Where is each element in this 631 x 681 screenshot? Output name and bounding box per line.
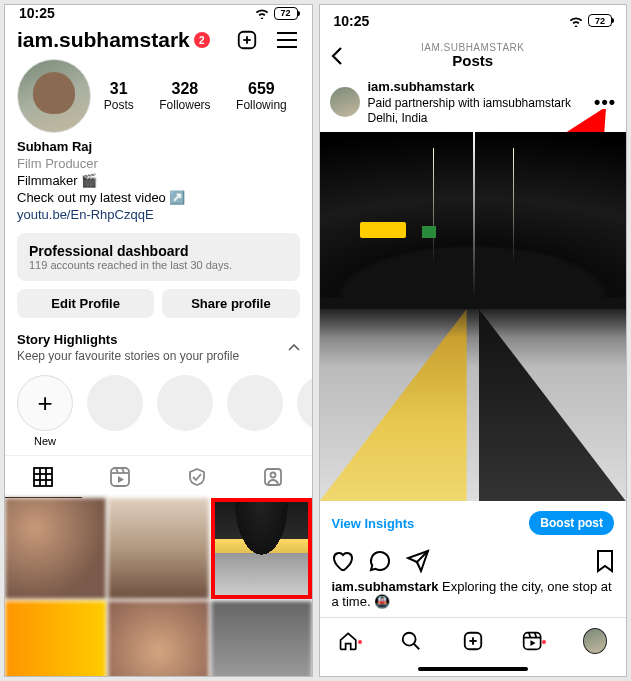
highlights-circles: +New <box>5 363 312 455</box>
post-actions <box>320 545 627 579</box>
status-time: 10:25 <box>19 5 55 21</box>
wifi-icon <box>568 15 584 27</box>
grid-post[interactable] <box>108 601 209 677</box>
post-meta: iam.subhamstark Paid partnership with ia… <box>320 75 627 131</box>
highlights-subtitle: Keep your favourite stories on your prof… <box>17 349 239 363</box>
highlight-placeholder <box>227 375 283 447</box>
grid-post[interactable] <box>5 601 106 677</box>
svg-rect-6 <box>34 468 52 486</box>
status-bar: 10:25 72 <box>5 5 312 21</box>
svg-point-17 <box>271 473 276 478</box>
nav-profile-icon[interactable] <box>583 629 607 653</box>
professional-dashboard[interactable]: Professional dashboard 119 accounts reac… <box>17 233 300 281</box>
grid-post[interactable] <box>5 498 106 599</box>
profile-buttons: Edit Profile Share profile <box>5 289 312 332</box>
post-header: IAM.SUBHAMSTARK Posts <box>320 36 627 75</box>
svg-rect-11 <box>111 468 129 486</box>
grid-post[interactable] <box>211 601 312 677</box>
tab-guides[interactable] <box>158 456 235 498</box>
create-post-icon[interactable] <box>234 27 260 53</box>
notification-badge: 2 <box>194 32 210 48</box>
like-icon[interactable] <box>330 549 354 573</box>
story-highlights: Story Highlights Keep your favourite sto… <box>5 332 312 363</box>
profile-screen: 10:25 72 iam.subhamstark 2 31Posts 328Fo… <box>4 4 313 677</box>
dashboard-title: Professional dashboard <box>29 243 288 259</box>
highlight-placeholder <box>157 375 213 447</box>
bottom-nav <box>320 617 627 664</box>
post-screen: 10:25 72 IAM.SUBHAMSTARK Posts iam.subha… <box>319 4 628 677</box>
dashboard-subtitle: 119 accounts reached in the last 30 days… <box>29 259 288 271</box>
avatar[interactable] <box>17 59 91 133</box>
status-time: 10:25 <box>334 13 370 29</box>
back-icon[interactable] <box>330 46 354 66</box>
tab-tagged[interactable] <box>235 456 312 498</box>
bio-link[interactable]: youtu.be/En-RhpCzqqE <box>17 207 300 224</box>
posts-grid <box>5 498 312 677</box>
highlight-new[interactable]: +New <box>17 375 73 447</box>
bio-line-1: Filmmaker 🎬 <box>17 173 300 190</box>
profile-header: iam.subhamstark 2 <box>5 21 312 57</box>
chevron-up-icon[interactable] <box>288 344 300 352</box>
highlight-placeholder <box>87 375 143 447</box>
tab-grid[interactable] <box>5 456 82 498</box>
stat-followers[interactable]: 328Followers <box>159 80 210 112</box>
highlight-placeholder <box>297 375 313 447</box>
battery-icon: 72 <box>274 7 298 20</box>
save-icon[interactable] <box>594 549 616 573</box>
post-partnership: Paid partnership with iamsubhamstark <box>368 96 571 111</box>
stats-row: 31Posts 328Followers 659Following <box>5 57 312 137</box>
post-options-icon[interactable]: ••• <box>594 92 616 113</box>
svg-marker-41 <box>530 640 535 646</box>
stat-posts[interactable]: 31Posts <box>104 80 134 112</box>
wifi-icon <box>254 7 270 19</box>
grid-post-highlighted[interactable] <box>211 498 312 599</box>
menu-icon[interactable] <box>274 27 300 53</box>
svg-point-32 <box>403 633 416 646</box>
profile-tabs <box>5 455 312 498</box>
share-profile-button[interactable]: Share profile <box>162 289 299 318</box>
username-dropdown[interactable]: iam.subhamstark 2 <box>17 28 220 52</box>
post-avatar[interactable] <box>330 87 360 117</box>
display-name: Subham Raj <box>17 139 300 156</box>
battery-level: 72 <box>595 16 605 26</box>
status-bar: 10:25 72 <box>320 5 627 36</box>
home-indicator <box>418 667 528 671</box>
username-text: iam.subhamstark <box>17 28 190 52</box>
view-insights-link[interactable]: View Insights <box>332 516 415 531</box>
post-caption: iam.subhamstark Exploring the city, one … <box>320 579 627 617</box>
nav-search-icon[interactable] <box>399 629 423 653</box>
post-location[interactable]: Delhi, India <box>368 111 571 126</box>
stat-following[interactable]: 659Following <box>236 80 287 112</box>
post-insights-row: View Insights Boost post <box>320 501 627 545</box>
bio: Subham Raj Film Producer Filmmaker 🎬 Che… <box>5 137 312 233</box>
highlights-title: Story Highlights <box>17 332 239 347</box>
tab-reels[interactable] <box>82 456 159 498</box>
grid-post[interactable] <box>108 498 209 599</box>
boost-post-button[interactable]: Boost post <box>529 511 614 535</box>
nav-reels-icon[interactable] <box>522 629 546 653</box>
comment-icon[interactable] <box>368 549 392 573</box>
svg-rect-37 <box>524 633 541 650</box>
bio-line-2: Check out my latest video ↗️ <box>17 190 300 207</box>
category: Film Producer <box>17 156 300 173</box>
nav-home-icon[interactable] <box>338 629 362 653</box>
post-username[interactable]: iam.subhamstark <box>368 79 571 95</box>
svg-line-33 <box>414 644 420 650</box>
edit-profile-button[interactable]: Edit Profile <box>17 289 154 318</box>
post-header-title: Posts <box>354 52 593 69</box>
battery-icon: 72 <box>588 14 612 27</box>
nav-create-icon[interactable] <box>461 629 485 653</box>
post-image[interactable] <box>320 132 627 502</box>
svg-marker-15 <box>118 476 124 483</box>
battery-level: 72 <box>280 8 290 18</box>
share-icon[interactable] <box>406 549 430 573</box>
caption-username[interactable]: iam.subhamstark <box>332 579 439 594</box>
